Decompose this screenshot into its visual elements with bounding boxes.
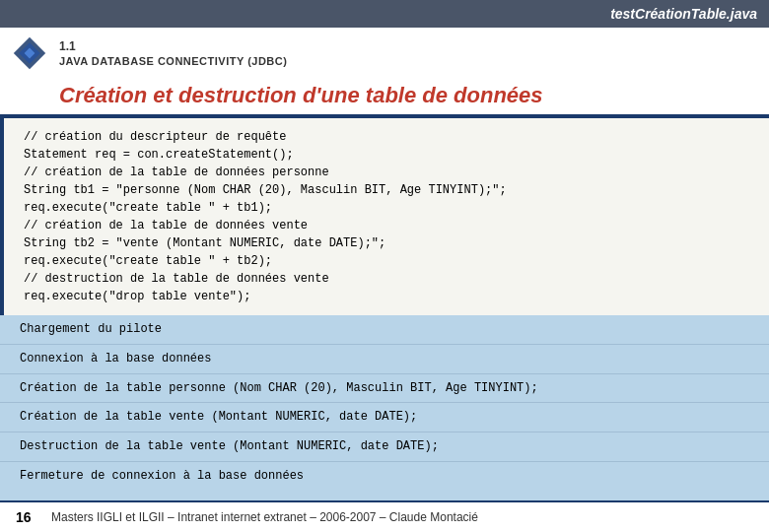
items-area: Chargement du piloteConnexion à la base … xyxy=(0,315,769,500)
list-item: Création de la table personne (Nom CHAR … xyxy=(0,374,769,404)
section-subtitle: JAVA DATABASE CONNECTIVITY (JDBC) xyxy=(59,55,287,67)
code-block: // création du descripteur de requête St… xyxy=(0,118,769,315)
diamond-icon xyxy=(12,35,47,71)
file-title: testCréationTable.java xyxy=(610,6,757,22)
list-item: Chargement du pilote xyxy=(0,315,769,345)
page-wrapper: testCréationTable.java 1.1 JAVA DATABASE… xyxy=(0,0,769,532)
list-item: Destruction de la table vente (Montant N… xyxy=(0,432,769,462)
header-area: 1.1 JAVA DATABASE CONNECTIVITY (JDBC) xyxy=(0,28,769,79)
code-content: // création du descripteur de requête St… xyxy=(24,128,753,305)
list-item: Création de la table vente (Montant NUME… xyxy=(0,403,769,432)
top-bar: testCréationTable.java xyxy=(0,0,769,28)
footer-text: Masters IIGLI et ILGII – Intranet intern… xyxy=(51,510,478,524)
list-item: Connexion à la base données xyxy=(0,345,769,374)
list-item: Fermeture de connexion à la base données xyxy=(0,462,769,491)
footer: 16 Masters IIGLI et ILGII – Intranet int… xyxy=(0,500,769,532)
header-section-info: 1.1 JAVA DATABASE CONNECTIVITY (JDBC) xyxy=(59,39,287,67)
main-title: Création et destruction d'une table de d… xyxy=(0,79,769,114)
section-number: 1.1 xyxy=(59,39,287,53)
page-number: 16 xyxy=(16,509,39,525)
